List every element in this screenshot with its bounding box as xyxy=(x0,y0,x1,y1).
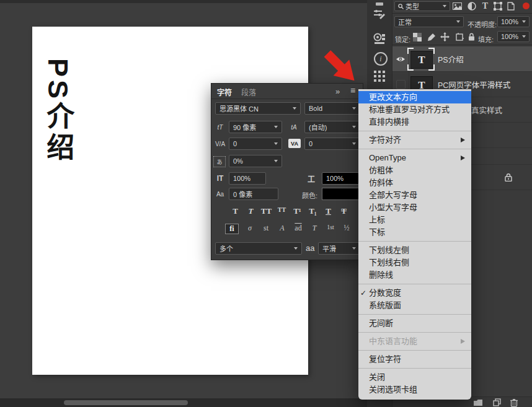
font-style-select[interactable]: Bold xyxy=(304,102,360,115)
antialias-select[interactable]: 平滑 xyxy=(318,242,360,255)
type-layer-thumbnail[interactable]: T xyxy=(410,51,433,69)
lock-position-icon[interactable] xyxy=(440,32,450,42)
filter-type-layers-icon[interactable]: T xyxy=(480,1,490,11)
menu-item-no-break[interactable]: 无间断 xyxy=(358,317,471,330)
tab-paragraph[interactable]: 段落 xyxy=(241,87,256,97)
fill-label: 填充: xyxy=(478,34,494,44)
tracking-select[interactable]: 0 xyxy=(304,138,360,150)
small-caps-button[interactable]: TT xyxy=(274,206,290,216)
horizontal-scale-field[interactable]: 100% xyxy=(322,172,359,185)
tsume-select[interactable]: 0% xyxy=(229,155,282,167)
menu-item-close-tab-group[interactable]: 关闭选项卡组 xyxy=(358,383,471,396)
libraries-panel-icon[interactable] xyxy=(373,32,386,46)
baseline-shift-field[interactable]: 0 像素 xyxy=(229,188,278,200)
menu-item-strikethrough[interactable]: 删除线 xyxy=(358,269,471,281)
menu-item-change-text-orientation[interactable]: 更改文本方向 xyxy=(358,91,471,103)
font-family-select[interactable]: 思源黑体 CN xyxy=(215,102,301,115)
menu-separator xyxy=(358,332,471,333)
menu-item-underline-left[interactable]: 下划线左侧 xyxy=(358,244,471,256)
menu-item-character-alignment[interactable]: 字符对齐 xyxy=(358,134,471,146)
text-color-swatch[interactable] xyxy=(322,188,360,200)
language-select[interactable]: 多个 xyxy=(215,242,302,255)
panel-menu-button[interactable]: ≡ xyxy=(350,85,355,95)
eye-hidden-box xyxy=(396,80,406,89)
search-icon xyxy=(398,4,404,9)
info-panel-icon[interactable]: i xyxy=(374,52,388,66)
blend-mode-select[interactable]: 正常 xyxy=(394,16,464,27)
leading-select[interactable]: (自动) xyxy=(304,121,360,133)
stylistic-alternates-button[interactable]: ad xyxy=(290,224,306,234)
layer-filter-search[interactable]: 类型 xyxy=(394,1,450,11)
blend-mode-value: 正常 xyxy=(398,17,412,27)
fractions-button[interactable]: ½ xyxy=(339,224,355,234)
canvas-vertical-text[interactable]: PS介绍 xyxy=(43,58,73,164)
menu-item-faux-bold[interactable]: 仿粗体 xyxy=(358,164,471,177)
menu-item-small-caps[interactable]: 小型大写字母 xyxy=(358,201,471,214)
lock-transparency-icon[interactable] xyxy=(412,32,422,42)
delete-layer-button[interactable] xyxy=(509,398,519,407)
scrollbar-thumb[interactable] xyxy=(64,400,188,405)
kerning-select[interactable]: 0 xyxy=(229,138,282,150)
filter-adjustment-layers-icon[interactable] xyxy=(466,1,477,11)
menu-item-system-layout[interactable]: 系统版面 xyxy=(358,299,471,312)
all-caps-button[interactable]: TT xyxy=(259,206,274,216)
layer-row-ps-intro[interactable]: T PS介绍 xyxy=(392,46,532,72)
menu-item-opentype[interactable]: OpenType xyxy=(358,152,471,164)
new-layer-button[interactable] xyxy=(492,398,502,407)
kerning-icon: V/A xyxy=(213,138,227,150)
layer-name[interactable]: PC网页字体平滑样式 xyxy=(438,79,510,90)
vertical-scale-field[interactable]: 100% xyxy=(229,172,266,185)
filter-shape-layers-icon[interactable] xyxy=(492,1,503,11)
menu-item-standard-vertical-roman[interactable]: 标准垂直罗马对齐方式 xyxy=(358,103,471,116)
pasteboard-top-edge xyxy=(0,0,367,3)
filter-pixel-layers-icon[interactable] xyxy=(452,1,463,11)
layer-filter-toggle[interactable] xyxy=(523,2,530,9)
titling-alternates-button[interactable]: T xyxy=(306,224,322,234)
layer-name[interactable]: PS介绍 xyxy=(438,53,464,65)
opacity-select[interactable]: 100% xyxy=(497,16,530,27)
faux-bold-button[interactable]: T xyxy=(228,206,243,216)
tab-character[interactable]: 字符 xyxy=(217,87,232,97)
discretionary-ligatures-button[interactable]: st xyxy=(258,224,274,234)
menu-item-subscript[interactable]: 下标 xyxy=(358,226,471,239)
eye-icon xyxy=(396,56,406,63)
superscript-button[interactable]: T¹ xyxy=(290,206,305,216)
new-group-button[interactable] xyxy=(473,398,483,407)
font-style-value: Bold xyxy=(309,105,322,112)
chevron-down-icon xyxy=(522,35,526,38)
swash-button[interactable]: A xyxy=(274,224,290,234)
lock-pixels-icon[interactable] xyxy=(426,32,437,42)
menu-separator xyxy=(358,350,471,351)
lock-all-icon[interactable] xyxy=(466,32,477,42)
faux-italic-button[interactable]: T xyxy=(243,206,259,216)
subscript-button[interactable]: T₁ xyxy=(305,206,321,216)
layer-visibility-toggle[interactable] xyxy=(392,46,409,71)
strikethrough-button[interactable]: T xyxy=(336,206,352,216)
horizontal-scale-icon: 工 xyxy=(304,172,318,185)
glyphs-panel-icon[interactable] xyxy=(373,69,386,83)
ordinals-button[interactable]: 1st xyxy=(322,224,339,234)
standard-ligatures-button[interactable]: fi xyxy=(225,224,239,234)
brush-settings-panel-icon[interactable] xyxy=(373,7,386,21)
background-lock-icon[interactable] xyxy=(505,173,512,182)
menu-item-close[interactable]: 关闭 xyxy=(358,371,471,383)
menu-separator xyxy=(358,131,471,131)
menu-item-underline-right[interactable]: 下划线右侧 xyxy=(358,256,471,269)
lock-artboard-icon[interactable] xyxy=(454,32,464,42)
menu-item-faux-italic[interactable]: 仿斜体 xyxy=(358,177,471,189)
menu-item-superscript[interactable]: 上标 xyxy=(358,214,471,226)
font-size-select[interactable]: 90 像素 xyxy=(229,121,282,133)
faux-style-buttons: T T TT TT T¹ T₁ T T xyxy=(228,206,352,216)
contextual-alternates-button[interactable]: σ xyxy=(242,224,258,234)
horizontal-scrollbar[interactable] xyxy=(0,398,367,407)
menu-item-all-caps[interactable]: 全部大写字母 xyxy=(358,189,471,201)
horizontal-scale-value: 100% xyxy=(326,175,344,182)
menu-separator xyxy=(358,241,471,242)
menu-item-reset-character[interactable]: 复位字符 xyxy=(358,353,471,365)
menu-item-fractional-widths[interactable]: ✓分数宽度 xyxy=(358,287,471,299)
filter-smart-objects-icon[interactable] xyxy=(505,1,516,11)
layer-name[interactable]: 真实样式 xyxy=(471,104,502,116)
fill-select[interactable]: 100% xyxy=(497,31,530,42)
underline-button[interactable]: T xyxy=(321,206,336,216)
menu-item-tate-chu-yoko[interactable]: 直排内横排 xyxy=(358,116,471,128)
